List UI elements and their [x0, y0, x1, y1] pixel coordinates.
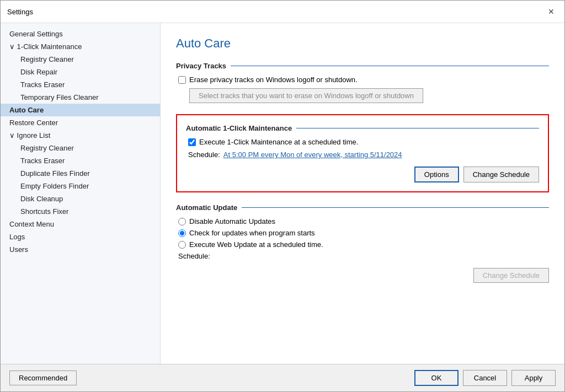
sidebar-item-duplicate-files[interactable]: Duplicate Files Finder	[1, 167, 160, 180]
sidebar-item-tracks-eraser-2[interactable]: Tracks Eraser	[1, 154, 160, 167]
settings-window: Settings ✕ General Settings∨ 1-Click Mai…	[0, 0, 565, 392]
disable-updates-label: Disable Automatic Updates	[189, 217, 275, 225]
erase-privacy-checkbox[interactable]	[178, 76, 186, 84]
maintenance-buttons-row: Options Change Schedule	[186, 167, 539, 182]
recommended-button[interactable]: Recommended	[9, 370, 77, 385]
disable-updates-row: Disable Automatic Updates	[176, 217, 549, 225]
privacy-tracks-header: Privacy Tracks	[176, 62, 549, 70]
auto-update-header: Automatic Update	[176, 203, 549, 212]
update-schedule-prefix: Schedule:	[178, 252, 210, 260]
title-bar: Settings ✕	[1, 1, 564, 23]
page-title: Auto Care	[176, 36, 549, 51]
maintenance-change-schedule-button[interactable]: Change Schedule	[463, 167, 539, 182]
web-update-radio[interactable]	[178, 241, 186, 249]
check-on-start-row: Check for updates when program starts	[176, 229, 549, 237]
execute-maintenance-checkbox[interactable]	[188, 138, 196, 146]
maintenance-schedule-row: Schedule: At 5:00 PM every Mon of every …	[186, 151, 539, 159]
web-update-label: Execute Web Update at a scheduled time.	[189, 240, 323, 249]
sidebar-item-ignore-list[interactable]: ∨ Ignore List	[1, 129, 160, 142]
execute-maintenance-checkbox-row: Execute 1-Click Maintenance at a schedul…	[186, 138, 539, 146]
privacy-tracks-section: Privacy Tracks Erase privacy tracks on W…	[176, 62, 549, 103]
cancel-button[interactable]: Cancel	[463, 370, 507, 386]
sidebar-item-logs[interactable]: Logs	[1, 230, 160, 243]
footer-left: Recommended	[9, 370, 77, 385]
sidebar-item-registry-cleaner-2[interactable]: Registry Cleaner	[1, 142, 160, 154]
maintenance-schedule-prefix: Schedule:	[188, 151, 220, 159]
sidebar-item-auto-care[interactable]: Auto Care	[1, 104, 160, 116]
erase-privacy-checkbox-row: Erase privacy tracks on Windows logoff o…	[176, 76, 549, 84]
update-schedule-row: Schedule:	[176, 252, 549, 260]
sidebar-item-restore-center[interactable]: Restore Center	[1, 116, 160, 129]
sidebar-item-registry-cleaner-1[interactable]: Registry Cleaner	[1, 53, 160, 66]
sidebar-item-users[interactable]: Users	[1, 243, 160, 256]
sidebar-item-temp-files-cleaner[interactable]: Temporary Files Cleaner	[1, 91, 160, 104]
auto-maintenance-section: Automatic 1-Click Maintenance Execute 1-…	[176, 114, 549, 192]
sidebar-item-shortcuts-fixer[interactable]: Shortcuts Fixer	[1, 205, 160, 218]
close-button[interactable]: ✕	[545, 5, 558, 18]
auto-maintenance-header: Automatic 1-Click Maintenance	[186, 124, 539, 132]
web-update-row: Execute Web Update at a scheduled time.	[176, 240, 549, 249]
sidebar-item-disk-repair[interactable]: Disk Repair	[1, 66, 160, 78]
auto-update-section: Automatic Update Disable Automatic Updat…	[176, 203, 549, 283]
sidebar-item-context-menu[interactable]: Context Menu	[1, 218, 160, 230]
erase-privacy-label: Erase privacy tracks on Windows logoff o…	[189, 76, 358, 84]
sidebar: General Settings∨ 1-Click MaintenanceReg…	[1, 23, 161, 364]
ok-button[interactable]: OK	[414, 370, 459, 386]
update-change-schedule-button[interactable]: Change Schedule	[473, 268, 549, 283]
main-panel: Auto Care Privacy Tracks Erase privacy t…	[161, 23, 564, 364]
apply-button[interactable]: Apply	[511, 370, 556, 386]
content-area: General Settings∨ 1-Click MaintenanceReg…	[1, 23, 564, 364]
maintenance-schedule-link[interactable]: At 5:00 PM every Mon of every week, star…	[223, 151, 402, 159]
execute-maintenance-label: Execute 1-Click Maintenance at a schedul…	[199, 138, 358, 146]
update-buttons-row: Change Schedule	[176, 268, 549, 283]
check-on-start-radio[interactable]	[178, 229, 186, 237]
window-title: Settings	[7, 8, 33, 16]
check-on-start-label: Check for updates when program starts	[189, 229, 315, 237]
sidebar-item-1click-maintenance[interactable]: ∨ 1-Click Maintenance	[1, 40, 160, 53]
sidebar-item-empty-folders[interactable]: Empty Folders Finder	[1, 180, 160, 192]
disable-updates-radio[interactable]	[178, 218, 186, 225]
sidebar-item-tracks-eraser-1[interactable]: Tracks Eraser	[1, 78, 160, 91]
footer-right: OK Cancel Apply	[414, 370, 556, 386]
options-button[interactable]: Options	[414, 167, 459, 182]
sidebar-item-general-settings[interactable]: General Settings	[1, 28, 160, 40]
sidebar-item-disk-cleanup[interactable]: Disk Cleanup	[1, 192, 160, 205]
footer: Recommended OK Cancel Apply	[1, 364, 564, 391]
select-tracks-button: Select tracks that you want to erase on …	[189, 88, 423, 103]
